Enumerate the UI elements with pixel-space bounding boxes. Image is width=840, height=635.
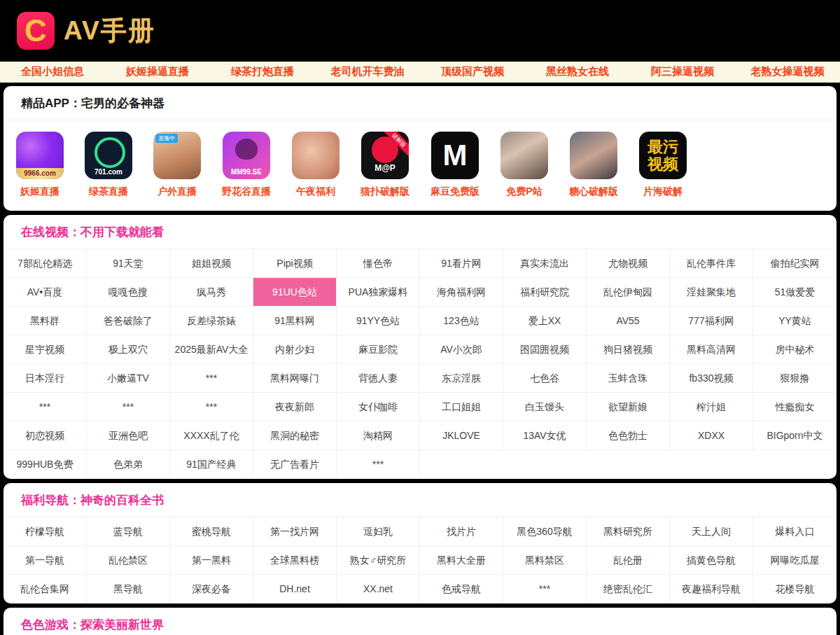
grid-link[interactable]: 黑料大全册 <box>420 546 503 575</box>
grid-link[interactable]: 工口姐姐 <box>420 393 503 421</box>
grid-link[interactable]: 爆料入口 <box>753 517 836 546</box>
grid-link[interactable]: 尤物视频 <box>587 249 670 278</box>
grid-link[interactable]: 福利研究院 <box>503 278 587 307</box>
grid-link[interactable]: 熟女♂研究所 <box>337 546 420 575</box>
app-item[interactable]: 直播中户外直播 <box>153 132 201 198</box>
grid-link[interactable]: *** <box>170 393 253 421</box>
nav-link[interactable]: 黑丝熟女在线 <box>525 65 630 78</box>
grid-link[interactable]: 狠狠撸 <box>753 364 836 393</box>
grid-link[interactable]: 初恋视频 <box>4 421 87 450</box>
app-item[interactable]: 最污视频片海破解 <box>639 132 687 198</box>
grid-link[interactable]: Pipi视频 <box>253 249 337 278</box>
grid-link[interactable]: 偷拍纪实网 <box>753 249 836 278</box>
grid-link[interactable]: 爸爸破除了 <box>87 307 170 335</box>
grid-link[interactable]: 乱伦事件库 <box>670 249 753 278</box>
grid-link[interactable]: 黑洞的秘密 <box>253 421 337 450</box>
grid-link[interactable]: 色弟弟 <box>87 450 170 479</box>
app-item[interactable]: MM99.SE野花谷直播 <box>222 132 271 198</box>
app-item[interactable]: M麻豆免费版 <box>430 132 479 198</box>
grid-link[interactable]: 黑料网曝门 <box>253 364 337 393</box>
grid-link[interactable]: 淘精网 <box>337 421 420 450</box>
app-item[interactable]: 701.com绿茶直播 <box>85 132 132 198</box>
grid-link[interactable]: XDXX <box>670 421 753 450</box>
app-item[interactable]: 免费P站 <box>500 132 548 198</box>
grid-link[interactable]: 背德人妻 <box>337 364 420 393</box>
grid-link[interactable]: 榨汁姐 <box>670 393 753 421</box>
grid-link[interactable]: *** <box>503 575 587 603</box>
grid-link[interactable]: JKLOVE <box>420 421 503 450</box>
grid-link[interactable]: YY黄站 <box>753 307 836 335</box>
grid-link[interactable]: 91天堂 <box>87 249 170 278</box>
grid-link[interactable]: 内射少妇 <box>253 335 337 364</box>
grid-link[interactable]: DH.net <box>253 575 337 603</box>
grid-link[interactable]: 东京淫朕 <box>420 364 503 393</box>
grid-link[interactable]: 夜夜新郎 <box>253 393 337 421</box>
grid-link[interactable]: 123色站 <box>420 307 503 335</box>
app-item[interactable]: M@P破解版猫扑破解版 <box>360 132 410 198</box>
grid-link[interactable]: 第一找片网 <box>253 517 337 546</box>
grid-link[interactable]: 乱伦合集网 <box>4 575 87 603</box>
grid-link[interactable]: *** <box>337 450 420 479</box>
nav-link[interactable]: 老司机开车费油 <box>315 65 420 78</box>
grid-link[interactable]: 7部乱伦精选 <box>4 249 87 278</box>
grid-link[interactable]: XX.net <box>337 575 420 603</box>
grid-link[interactable]: 爱上XX <box>503 307 587 335</box>
grid-link[interactable]: 第一黑料 <box>170 546 253 575</box>
grid-link[interactable]: 黑料研究所 <box>587 517 670 546</box>
grid-link[interactable]: 91YY色站 <box>337 307 420 335</box>
grid-link[interactable]: 色色勃士 <box>587 421 670 450</box>
grid-link[interactable]: 网曝吃瓜屋 <box>753 546 836 575</box>
grid-link[interactable]: 逗妇乳 <box>337 517 420 546</box>
grid-link[interactable]: 狗日猪视频 <box>587 335 670 364</box>
grid-link[interactable]: 91UU色站 <box>253 278 337 307</box>
grid-link[interactable]: 房中秘术 <box>753 335 836 364</box>
grid-link[interactable]: 第一导航 <box>4 546 87 575</box>
grid-link[interactable]: BIGporn中文 <box>753 421 836 450</box>
grid-link[interactable]: 星宇视频 <box>4 335 87 364</box>
grid-link[interactable]: 懂色帝 <box>337 249 420 278</box>
grid-link[interactable]: 黑料高清网 <box>670 335 753 364</box>
grid-link[interactable]: 找片片 <box>420 517 503 546</box>
grid-link[interactable]: 七色谷 <box>503 364 587 393</box>
grid-link[interactable]: *** <box>170 364 253 393</box>
grid-link[interactable]: XXXX乱了伦 <box>170 421 253 450</box>
grid-link[interactable]: 777福利网 <box>670 307 753 335</box>
grid-link[interactable]: 色戒导航 <box>420 575 503 603</box>
nav-link[interactable]: 全国小姐信息 <box>0 65 105 78</box>
grid-link[interactable]: AV小次郎 <box>420 335 503 364</box>
grid-link[interactable]: 999HUB免费 <box>4 450 87 479</box>
grid-link[interactable]: 反差绿茶婊 <box>170 307 253 335</box>
grid-link[interactable]: 乱伦册 <box>587 546 670 575</box>
grid-link[interactable]: 囨囸囲视频 <box>503 335 587 364</box>
grid-link[interactable]: 夜趣福利导航 <box>670 575 753 603</box>
grid-link[interactable]: 91看片网 <box>420 249 503 278</box>
grid-link[interactable]: 花楼导航 <box>753 575 836 603</box>
grid-link[interactable]: 亚洲色吧 <box>87 421 170 450</box>
grid-link[interactable]: 91国产经典 <box>170 450 253 479</box>
grid-link[interactable]: 绝密乱伦汇 <box>587 575 670 603</box>
grid-link[interactable]: 日本淫行 <box>4 364 87 393</box>
grid-link[interactable]: 乱伦禁区 <box>87 546 170 575</box>
grid-link[interactable]: 天上人间 <box>670 517 753 546</box>
grid-link[interactable]: 姐姐视频 <box>170 249 253 278</box>
grid-link[interactable]: AV55 <box>587 307 670 335</box>
grid-link[interactable]: 麻豆影院 <box>337 335 420 364</box>
grid-link[interactable]: 女仆咖啡 <box>337 393 420 421</box>
grid-link[interactable]: 2025最新AV大全 <box>170 335 253 364</box>
grid-link[interactable]: 海角福利网 <box>420 278 503 307</box>
grid-link[interactable]: 蜜桃导航 <box>170 517 253 546</box>
grid-link[interactable]: PUA独家爆料 <box>337 278 420 307</box>
grid-link[interactable]: 黑料群 <box>4 307 87 335</box>
grid-link[interactable]: 13AV女优 <box>503 421 587 450</box>
nav-link[interactable]: 阿三操逼视频 <box>630 65 735 78</box>
grid-link[interactable]: 小嫩逼TV <box>87 364 170 393</box>
site-logo-icon[interactable]: C <box>17 12 55 50</box>
grid-link[interactable]: fb330视频 <box>670 364 753 393</box>
grid-link[interactable]: 深夜必备 <box>170 575 253 603</box>
nav-link[interactable]: 绿茶打炮直播 <box>210 65 315 78</box>
nav-link[interactable]: 老熟女操逼视频 <box>735 65 840 78</box>
grid-link[interactable]: 欲望新娘 <box>587 393 670 421</box>
grid-link[interactable]: *** <box>87 393 170 421</box>
nav-link[interactable]: 顶级国产视频 <box>420 65 525 78</box>
grid-link[interactable]: 玉蚌含珠 <box>587 364 670 393</box>
